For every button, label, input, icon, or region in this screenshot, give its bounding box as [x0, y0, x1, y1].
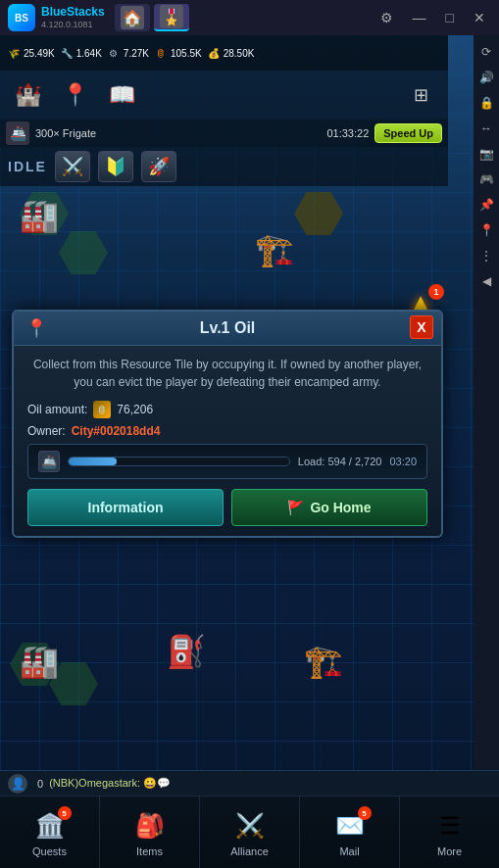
- book-nav-icon[interactable]: 📖: [102, 75, 141, 115]
- popup-header: 📍 Lv.1 Oil X: [14, 312, 441, 346]
- resource-gold: 💰 28.50K: [206, 45, 255, 61]
- minimize-button[interactable]: —: [407, 8, 432, 27]
- sidebar-icon-gamepad[interactable]: 🎮: [475, 169, 497, 190]
- quests-label: Quests: [32, 845, 67, 857]
- popup-close-button[interactable]: X: [410, 315, 433, 339]
- game-tab[interactable]: 🎖️: [154, 4, 189, 31]
- popup-title: Lv.1 Oil: [200, 319, 256, 337]
- popup-dialog: 📍 Lv.1 Oil X Collect from this Resource …: [12, 310, 443, 538]
- top-nav-bar: 🏰 📍 📖 ⊞: [0, 71, 448, 120]
- popup-buttons: Information 🚩 Go Home: [27, 489, 427, 526]
- mail-icon: ✉️ 5: [330, 808, 370, 844]
- power-value: 0: [37, 778, 43, 790]
- popup-pin-icon: 📍: [25, 317, 47, 339]
- owner-value: City#002018dd4: [72, 424, 161, 438]
- expand-icon[interactable]: ⊞: [401, 75, 440, 115]
- resource-bar: 🌾 25.49K 🔧 1.64K ⚙ 7.27K 🛢 105.5K 💰 28.5…: [0, 35, 448, 71]
- information-button[interactable]: Information: [27, 489, 224, 526]
- sidebar-icon-volume[interactable]: 🔊: [475, 67, 497, 88]
- nav-quests[interactable]: 🏛️ 5 Quests: [0, 796, 100, 868]
- settings-button[interactable]: ⚙: [374, 8, 399, 27]
- sidebar-icon-lock[interactable]: 🔒: [475, 92, 497, 114]
- gold-icon: 💰: [206, 45, 222, 61]
- nav-items[interactable]: 🎒 Items: [100, 796, 200, 868]
- speed-up-button[interactable]: Speed Up: [374, 123, 442, 143]
- items-label: Items: [136, 845, 163, 857]
- load-text: Load: 594 / 2,720: [298, 456, 382, 467]
- go-home-button[interactable]: 🚩 Go Home: [231, 489, 427, 526]
- owner-label: Owner:: [27, 424, 66, 438]
- map-nav-icon[interactable]: 📍: [55, 75, 94, 115]
- metal-value: 7.27K: [124, 48, 149, 59]
- app-logo: BS BlueStacks 4.120.0.1081: [8, 4, 105, 31]
- more-label: More: [437, 845, 462, 857]
- nav-alliance[interactable]: ⚔️ Alliance: [200, 796, 300, 868]
- wood-icon: 🔧: [59, 45, 75, 61]
- platform-1: 🏗️: [255, 231, 294, 268]
- close-button[interactable]: ✕: [468, 8, 491, 27]
- load-timer: 03:20: [389, 456, 417, 467]
- idle-unit-btn-2[interactable]: 🔰: [98, 151, 133, 182]
- player-avatar: 👤: [8, 774, 27, 794]
- resource-wood: 🔧 1.64K: [59, 45, 102, 61]
- load-icon: 🚢: [38, 451, 60, 472]
- idle-unit-btn-1[interactable]: ⚔️: [55, 151, 90, 182]
- oil-value: 105.5K: [171, 48, 202, 59]
- items-icon: 🎒: [130, 808, 170, 844]
- sidebar-icon-pin[interactable]: 📌: [475, 194, 497, 216]
- idle-unit-btn-3[interactable]: 🚀: [141, 151, 176, 182]
- metal-icon: ⚙: [106, 45, 122, 61]
- oil-amount-value: 76,206: [117, 403, 153, 416]
- load-label: Load:: [298, 456, 325, 467]
- map-badge: 1: [428, 284, 444, 300]
- app-name: BlueStacks: [41, 6, 105, 19]
- right-sidebar: ⟳ 🔊 🔒 ↔ 📷 🎮 📌 📍 ⋮ ◀: [474, 35, 499, 770]
- popup-description: Collect from this Resource Tile by occup…: [27, 356, 427, 391]
- oil-icon: 🛢: [153, 45, 169, 61]
- nav-mail[interactable]: ✉️ 5 Mail: [300, 796, 400, 868]
- go-home-label: Go Home: [310, 500, 371, 515]
- sidebar-icon-resize[interactable]: ↔: [475, 118, 497, 139]
- resource-oil: 🛢 105.5K: [153, 45, 202, 61]
- app-version: 4.120.0.1081: [41, 20, 105, 29]
- sidebar-icon-back[interactable]: ◀: [475, 270, 497, 292]
- nav-right: ⊞: [401, 75, 440, 115]
- sidebar-icon-1[interactable]: ⟳: [475, 41, 497, 63]
- food-icon: 🌾: [6, 45, 22, 61]
- flag-icon: 🚩: [287, 500, 304, 515]
- platform-3: ⛽: [167, 633, 206, 670]
- unit-label: 300× Frigate: [35, 127, 96, 139]
- sidebar-icon-more[interactable]: ⋮: [475, 245, 497, 266]
- base-nav-icon[interactable]: 🏰: [8, 75, 47, 115]
- mail-badge: 5: [358, 806, 372, 820]
- alliance-icon: ⚔️: [230, 808, 270, 844]
- window-controls: ⚙ — □ ✕: [374, 8, 491, 27]
- app-name-block: BlueStacks 4.120.0.1081: [41, 6, 105, 28]
- oil-amount-label: Oil amount:: [27, 403, 87, 416]
- load-bar-inner: [69, 458, 117, 465]
- oil-amount-row: Oil amount: 🛢 76,206: [27, 401, 427, 418]
- resource-metal: ⚙ 7.27K: [106, 45, 149, 61]
- game-tab-icon: 🎖️: [160, 5, 183, 28]
- idle-bar: IDLE ⚔️ 🔰 🚀: [0, 147, 448, 186]
- titlebar: BS BlueStacks 4.120.0.1081 🏠 🎖️ ⚙ — □ ✕: [0, 0, 499, 35]
- platform-2: 🏭: [20, 643, 59, 680]
- bottom-bar: 👤 0 (NBK)Omegastark: 😀💬 🏛️ 5 Quests 🎒 It…: [0, 770, 499, 868]
- home-tab[interactable]: 🏠: [115, 4, 150, 31]
- oil-icon-inline: 🛢: [93, 401, 111, 418]
- load-bar-outer: [68, 457, 290, 466]
- game-area: 🌾 25.49K 🔧 1.64K ⚙ 7.27K 🛢 105.5K 💰 28.5…: [0, 35, 474, 770]
- sidebar-icon-location[interactable]: 📍: [475, 219, 497, 241]
- bluestacks-icon: BS: [8, 4, 35, 31]
- player-avatar-icon: 👤: [11, 777, 25, 791]
- maximize-button[interactable]: □: [440, 8, 460, 27]
- bottom-nav: 🏛️ 5 Quests 🎒 Items ⚔️ Alliance ✉️ 5 Mai…: [0, 796, 499, 868]
- player-name: (NBK)Omegastark: 😀💬: [49, 777, 171, 790]
- quests-badge: 5: [58, 806, 72, 820]
- sidebar-icon-camera[interactable]: 📷: [475, 143, 497, 165]
- progress-timer: 01:33:22: [326, 127, 369, 139]
- popup-body: Collect from this Resource Tile by occup…: [14, 346, 441, 536]
- wood-value: 1.64K: [76, 48, 102, 59]
- nav-more[interactable]: ☰ More: [400, 796, 499, 868]
- home-tab-icon: 🏠: [121, 6, 144, 29]
